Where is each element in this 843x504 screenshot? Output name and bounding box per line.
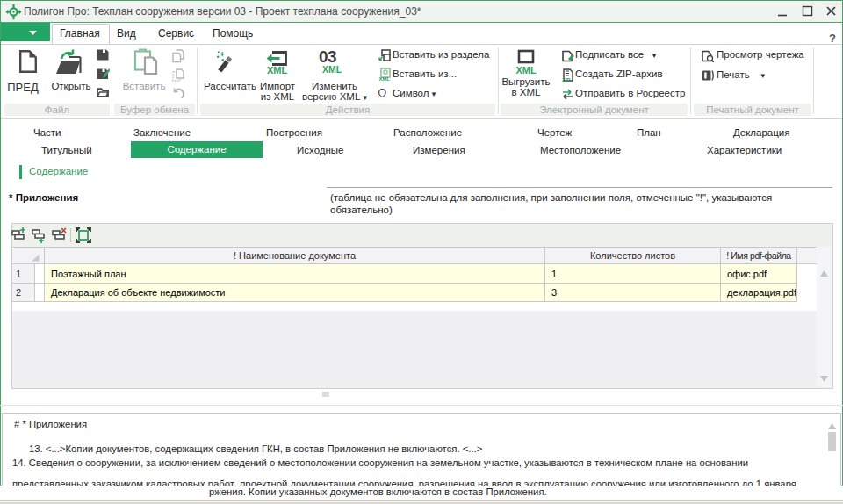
svg-text:03: 03 [319, 47, 336, 66]
svg-text:XML: XML [379, 76, 391, 82]
svg-text:XML: XML [322, 64, 342, 74]
svg-text:ZIP: ZIP [562, 77, 570, 83]
svg-text:XML: XML [267, 65, 288, 75]
